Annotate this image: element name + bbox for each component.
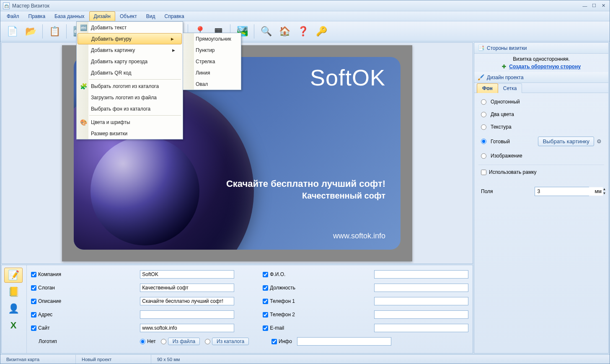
menu-logo-file[interactable]: Загрузить логотип из файла [77,92,183,103]
input-desc[interactable] [140,297,234,305]
toolbar-preview[interactable]: 🔍 [258,23,274,39]
radio-logo-none[interactable]: Нет [140,338,155,344]
menu-help[interactable]: Справка [160,11,189,21]
menu-view[interactable]: Вид [142,11,160,21]
plus-icon: ✚ [502,64,506,70]
menu-add-shape[interactable]: Добавить фигуру▶ [78,33,182,44]
tab-grid[interactable]: Сетка [498,83,522,93]
menu-separator [89,79,181,80]
input-company[interactable] [140,270,234,279]
check-slogan[interactable]: Слоган [31,285,134,291]
margins-spinner[interactable]: ▲▼ [535,187,589,196]
menu-add-qr[interactable]: Добавить QR код [77,67,183,78]
fields-tab-contacts[interactable]: 📒 [4,284,23,299]
new-file-icon: 📄 [7,26,18,37]
radio-ready[interactable]: Готовый Выбрать картинку ⚙ [478,133,604,150]
margins-unit: мм [595,188,602,194]
folder-open-icon: 📂 [25,26,36,37]
sides-icon: 📑 [478,45,484,51]
menu-edit[interactable]: Правка [24,11,50,21]
select-image-button[interactable]: Выбрать картинку [538,137,594,146]
shape-dashed[interactable]: Пунктир [183,44,241,56]
input-position[interactable] [374,284,468,292]
app-window: 📇 Мастер Визиток ― ☐ ✕ Файл Правка База … [0,0,610,364]
spin-up[interactable]: ▲ [603,187,606,191]
menu-card-size[interactable]: Размер визитки [77,128,183,139]
menubar: Файл Правка База данных Дизайн Объект Ви… [0,11,610,21]
fields-tab-excel[interactable]: X [4,318,23,333]
radio-two-colors[interactable]: Два цвета [478,108,604,121]
menu-colors-fonts[interactable]: 🎨Цвета и шрифты [77,116,183,128]
menu-add-map[interactable]: Добавить карту проезда [77,56,183,67]
status-project: Новый проект [76,355,151,364]
close-button[interactable]: ✕ [600,3,607,9]
spin-down[interactable]: ▼ [603,191,606,196]
margins-row: Поля ▲▼ мм [478,179,604,199]
menu-object[interactable]: Объект [115,11,142,21]
fields-tab-edit[interactable]: 📝 [4,268,23,283]
titlebar: 📇 Мастер Визиток ― ☐ ✕ [0,0,610,11]
input-address[interactable] [140,310,234,319]
shape-oval[interactable]: Овал [183,78,241,90]
statusbar: Визитная карта Новый проект 90 x 50 мм [0,354,610,364]
panel-title-sides: Стороны визитки [487,45,527,51]
check-phone1[interactable]: Телефон 1 [263,298,368,304]
toolbar-separator [66,24,67,39]
margins-input[interactable] [535,187,603,196]
status-size: 90 x 50 мм [151,355,227,364]
input-site[interactable] [140,324,234,332]
input-slogan[interactable] [140,284,234,292]
fields-tab-person[interactable]: 👤 [4,301,23,316]
panel-head-sides: 📑 Стороны визитки [474,43,608,54]
check-site[interactable]: Сайт [31,325,134,331]
radio-solid[interactable]: Однотонный [478,96,604,108]
create-back-link[interactable]: Создать оборотную сторону [509,64,581,70]
toolbar-separator [254,24,254,39]
menu-logo-catalog[interactable]: 🧩Выбрать логотип из каталога [77,80,183,92]
menu-background-catalog[interactable]: Выбрать фон из каталога [77,103,183,114]
input-email[interactable] [374,324,468,332]
check-phone2[interactable]: Телефон 2 [263,312,368,318]
card-slogan: Качественный софт [302,191,385,201]
toolbar-keys[interactable]: 🔑 [313,23,330,39]
shape-arrow[interactable]: Стрелка [183,56,241,67]
check-desc[interactable]: Описание [31,298,134,304]
check-info[interactable]: Инфо [271,338,292,344]
maximize-button[interactable]: ☐ [590,3,598,9]
shape-rectangle[interactable]: Прямоугольник [183,33,241,44]
gear-icon[interactable]: ⚙ [597,138,602,145]
menu-add-image[interactable]: Добавить картинку▶ [77,44,183,56]
check-company[interactable]: Компания [31,271,134,277]
submenu-add-shape: Прямоугольник Пунктир Стрелка Линия Овал [183,33,241,90]
toolbar-help[interactable]: ❓ [295,23,311,39]
shape-line[interactable]: Линия [183,67,241,78]
fields-panel: 📝 📒 👤 X Компания Ф.И.О. Слоган Должность [1,265,473,354]
radio-image[interactable]: Изображение [478,150,604,162]
check-email[interactable]: E-mail [263,325,368,331]
radio-texture[interactable]: Текстура [478,121,604,133]
toolbar-paste[interactable]: 📋 [46,23,63,39]
status-card-type: Визитная карта [0,355,76,364]
menu-add-text[interactable]: 🔤Добавить текст [77,22,183,33]
toolbar-home[interactable]: 🏠 [276,23,293,39]
check-frame[interactable]: Использовать рамку [478,165,604,179]
tab-background[interactable]: Фон [477,83,498,93]
input-phone2[interactable] [374,310,468,319]
check-fio[interactable]: Ф.И.О. [263,271,368,277]
catalog-icon: 🧩 [79,83,88,90]
radio-logo-file[interactable]: Из файла [161,338,200,345]
menu-database[interactable]: База данных [50,11,89,21]
minimize-button[interactable]: ― [581,3,589,9]
menu-file[interactable]: Файл [2,11,24,21]
menu-design[interactable]: Дизайн [89,11,115,21]
check-position[interactable]: Должность [263,285,368,291]
input-info[interactable] [297,337,391,346]
check-address[interactable]: Адрес [31,312,134,318]
background-panel: Однотонный Два цвета Текстура Готовый Вы… [474,93,608,201]
one-sided-text: Визитка односторонняя. [478,56,604,62]
toolbar-open[interactable]: 📂 [22,23,39,39]
input-fio[interactable] [374,270,468,279]
toolbar-new[interactable]: 📄 [4,23,21,39]
radio-logo-catalog[interactable]: Из каталога [205,338,249,345]
input-phone1[interactable] [374,297,468,305]
